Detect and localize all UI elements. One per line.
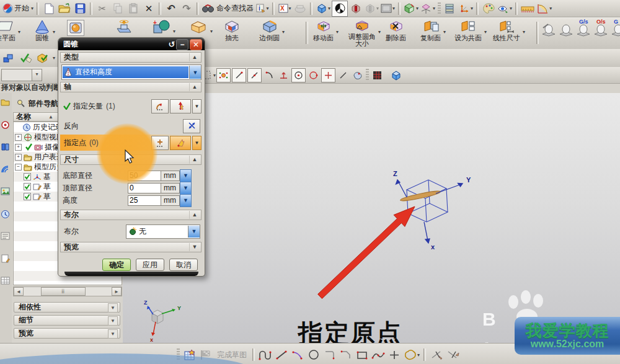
panel-details[interactable]: 细节▼ [14, 315, 120, 326]
chamfer-tool-button[interactable] [339, 347, 353, 362]
collapse-chevron-icon[interactable]: ▲ [189, 211, 200, 219]
view-cube-button[interactable]: ▾ [315, 1, 331, 16]
collapse-icon[interactable]: − [15, 164, 22, 171]
dialog-title-bar[interactable]: 圆锥 ↺ − ✕ [58, 38, 205, 50]
render-style-button[interactable] [332, 1, 348, 17]
start-menu-button[interactable]: 开始 ▾ [2, 1, 34, 16]
cone-button[interactable]: 圆锥 ▾ [34, 19, 50, 42]
expand-icon[interactable]: + [15, 144, 22, 151]
face-analysis-button-5[interactable]: G [610, 23, 620, 38]
open-file-button[interactable] [57, 1, 72, 16]
hidden-style-button[interactable]: ▾ [364, 1, 379, 16]
grid-snap-button[interactable] [371, 69, 384, 82]
chevron-down-icon[interactable]: ▼ [189, 66, 201, 79]
snap-point-on-face-button[interactable] [351, 69, 364, 82]
apply-button[interactable]: 应用 [136, 259, 164, 271]
resource-grid-icon[interactable] [1, 277, 11, 286]
section-type[interactable]: 类型 ▲ [60, 52, 202, 63]
paste-button[interactable] [126, 1, 141, 16]
scroll-left-arrow[interactable]: ◄ [14, 287, 24, 296]
move-component-button[interactable]: ▾ [420, 1, 436, 16]
vector-options-dropdown[interactable]: ▼ [192, 99, 202, 113]
show-hide-button[interactable]: ▾ [497, 1, 513, 16]
point-options-dropdown[interactable]: ▼ [192, 136, 202, 150]
snap-point-on-curve-button[interactable] [337, 69, 350, 82]
snap-center-button[interactable] [291, 68, 306, 82]
resource-folder-icon[interactable] [1, 98, 11, 108]
scroll-right-arrow[interactable]: ► [112, 287, 122, 296]
resource-image-icon[interactable] [1, 187, 11, 197]
horizontal-scrollbar[interactable]: ◄ ⅲ ► [13, 286, 122, 296]
panel-dependencies[interactable]: 相依性▼ [14, 302, 120, 313]
resource-history-icon[interactable] [1, 210, 11, 220]
info-button[interactable]: i▾ [255, 1, 270, 16]
undo-button[interactable]: ↶ [164, 1, 179, 16]
wireframe-style-button[interactable] [348, 1, 363, 16]
expand-icon[interactable]: + [15, 154, 22, 161]
move-face-button[interactable]: 移动面 ▾ [313, 19, 334, 42]
assembly-tool-button[interactable] [2, 51, 17, 66]
point-tool-button[interactable] [387, 347, 402, 362]
toolbar-grip[interactable] [438, 2, 441, 15]
face-analysis-button-1[interactable] [541, 23, 557, 38]
resource-book-icon[interactable] [1, 143, 11, 153]
cancel-button[interactable]: 取消 [169, 259, 198, 271]
auto-vector-button[interactable] [170, 99, 191, 113]
clip-section-button[interactable]: ▾ [403, 1, 419, 16]
studio-spline-button[interactable] [371, 347, 386, 362]
height-input[interactable] [128, 195, 161, 206]
fillet-tool-button[interactable] [322, 347, 337, 362]
auto-point-button[interactable] [170, 136, 191, 150]
type-dropdown[interactable]: 直径和高度 ▼ [61, 64, 202, 80]
snap-midpoint-button[interactable] [247, 68, 262, 82]
measure-distance-button[interactable] [520, 1, 535, 16]
face-analysis-button-2[interactable] [558, 23, 574, 38]
snap-endpoint-button[interactable] [232, 68, 246, 82]
expand-icon[interactable]: + [15, 134, 22, 141]
dialog-minimize-button[interactable]: − [176, 39, 188, 50]
linear-dimension-button[interactable]: 线性尺寸 ▾ [493, 19, 520, 42]
datum-plane-button[interactable]: 准平面 ▾ [0, 19, 16, 42]
resource-signal-icon[interactable] [1, 165, 11, 175]
copy-face-button[interactable]: 复制面 ▾ [420, 19, 441, 42]
ok-button[interactable]: 确定 [102, 259, 131, 271]
checkbox-checked-icon[interactable] [24, 183, 31, 190]
save-button[interactable] [73, 1, 87, 16]
cylinder-button[interactable] [67, 20, 84, 36]
new-file-button[interactable] [42, 1, 56, 16]
profile-tool-button[interactable] [258, 347, 273, 362]
object-display-button[interactable] [481, 1, 496, 16]
print-button[interactable] [293, 1, 308, 16]
cut-button[interactable]: ✂ [95, 1, 110, 16]
window-button[interactable]: X▾ [277, 1, 292, 16]
panel-preview[interactable]: 预览▼ [14, 328, 120, 339]
arc-tool-button[interactable] [290, 347, 305, 362]
unit-dropdown[interactable]: ▼ [180, 169, 192, 182]
quick-trim-button[interactable] [429, 347, 444, 362]
shell-button[interactable]: 抽壳 [223, 19, 241, 42]
section-preview[interactable]: 预览 ▼ [60, 242, 202, 252]
vector-dialog-button[interactable] [151, 99, 169, 113]
collapse-chevron-icon[interactable]: ▲ [189, 53, 200, 61]
face-analysis-button-3[interactable]: G/s [575, 23, 591, 38]
section-boolean[interactable]: 布尔 ▲ [60, 210, 202, 220]
collapse-chevron-icon[interactable]: ▲ [189, 83, 200, 91]
collapse-chevron-icon[interactable]: ▲ [189, 156, 200, 164]
resize-blend-button[interactable]: 调整圆角 大小 ▾ [348, 19, 376, 47]
toolbar-grip[interactable] [366, 69, 369, 81]
delete-face-button[interactable]: 删除面 [386, 19, 406, 42]
chevron-down-icon[interactable]: ▼ [188, 226, 200, 237]
edge-blend-button[interactable]: 边倒圆 ▾ [259, 19, 280, 42]
circle-tool-button[interactable] [306, 347, 321, 362]
resource-list-icon[interactable] [1, 232, 11, 242]
ellipse-tool-button[interactable]: ▾ [403, 347, 420, 362]
snap-tangent-button[interactable] [263, 69, 276, 82]
reverse-direction-button[interactable] [183, 119, 200, 133]
snap-quadrant-button[interactable] [307, 69, 320, 82]
snap-intersection-button[interactable] [277, 69, 290, 82]
unit-dropdown[interactable]: ▼ [180, 194, 192, 207]
resource-note-icon[interactable] [1, 254, 11, 264]
rectangle-tool-button[interactable] [355, 347, 370, 362]
layer-settings-button[interactable] [443, 1, 458, 16]
delete-button[interactable]: ✕ [141, 1, 156, 16]
